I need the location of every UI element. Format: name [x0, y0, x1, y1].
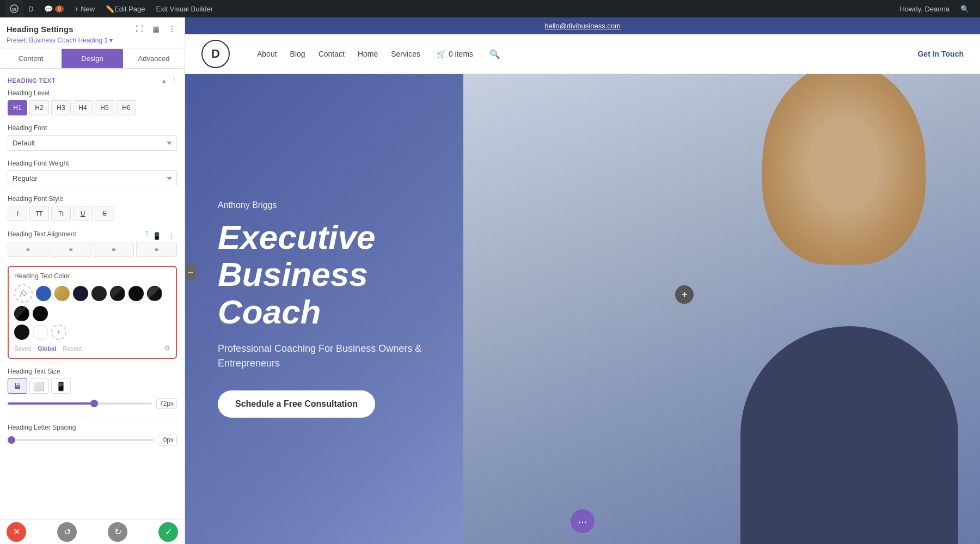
color-swatch-black[interactable]	[33, 306, 48, 321]
heading-h1-btn[interactable]: H1	[8, 100, 27, 115]
color-swatch-white[interactable]	[33, 325, 48, 340]
heading-h2-btn[interactable]: H2	[29, 100, 49, 115]
size-tablet-icon[interactable]: ⬜	[29, 378, 49, 394]
underline-btn[interactable]: U	[73, 206, 93, 221]
color-settings-icon[interactable]: ⚙	[164, 344, 170, 352]
color-tab-global[interactable]: Global	[38, 345, 56, 352]
color-swatch-dark4[interactable]	[128, 286, 144, 301]
letter-spacing-slider-row: 0px	[8, 435, 177, 445]
heading-letter-spacing-field: Heading Letter Spacing 0px	[8, 424, 177, 445]
color-swatch-dark2[interactable]	[91, 286, 107, 301]
color-swatch-dark3[interactable]	[110, 286, 125, 301]
text-align-row: ≡ ≡ ≡ ≡	[8, 242, 177, 257]
hero-section: Anthony Briggs Executive Business Coach …	[185, 74, 980, 544]
admin-search-icon[interactable]: 🔍	[955, 0, 975, 17]
heading-h4-btn[interactable]: H4	[73, 100, 93, 115]
alignment-label-row: Heading Text Alignment ? 📱 ⋮	[8, 230, 177, 242]
strikethrough-btn[interactable]: S	[95, 206, 114, 221]
nav-blog[interactable]: Blog	[290, 50, 305, 58]
color-swatch-blue[interactable]	[36, 286, 51, 301]
heading-font-weight-select[interactable]: Regular	[8, 170, 177, 186]
undo-button[interactable]: ↺	[57, 522, 77, 542]
heading-h5-btn[interactable]: H5	[95, 100, 114, 115]
email-link[interactable]: hello@divibusiness.com	[544, 22, 621, 30]
nav-home[interactable]: Home	[358, 50, 378, 58]
color-swatch-black2[interactable]	[14, 325, 29, 340]
alignment-help-icon[interactable]: ?	[145, 230, 149, 242]
nav-contact[interactable]: Contact	[318, 50, 345, 58]
cart-count: 0 items	[449, 50, 473, 58]
align-justify-btn[interactable]: ≡	[136, 242, 177, 257]
nav-search-icon[interactable]: 🔍	[489, 49, 500, 59]
color-swatches-row2: +	[14, 325, 170, 340]
main-layout: Heading Settings ⛶ ▦ ⋮ Preset: Business …	[0, 17, 980, 544]
panel-bottom-toolbar: ✕ ↺ ↻ ✓	[0, 519, 185, 544]
panel-resize-handle[interactable]: ↔	[185, 264, 196, 281]
exit-builder-link[interactable]: Exit Visual Builder	[151, 0, 219, 17]
tab-design[interactable]: Design	[62, 49, 123, 68]
confirm-button[interactable]: ✓	[158, 522, 178, 542]
tab-advanced[interactable]: Advanced	[123, 49, 185, 68]
letter-spacing-slider-thumb[interactable]	[8, 436, 15, 444]
wp-logo[interactable]: W	[5, 0, 23, 17]
align-right-btn[interactable]: ≡	[94, 242, 134, 257]
color-tab-saved[interactable]: Saved	[14, 345, 31, 352]
italic-btn[interactable]: I	[8, 206, 27, 221]
heading-font-field: Heading Font Default	[8, 124, 177, 151]
fab-menu-btn[interactable]: ···	[571, 509, 595, 533]
color-eyedropper-btn[interactable]	[14, 284, 33, 303]
alignment-device-icon[interactable]: 📱	[151, 230, 163, 242]
color-add-btn[interactable]: +	[51, 325, 66, 340]
nav-cart[interactable]: 🛒 0 items	[437, 50, 473, 58]
redo-button[interactable]: ↻	[108, 522, 127, 542]
color-swatch-gold[interactable]	[54, 286, 70, 301]
nav-logo[interactable]: D	[201, 40, 230, 68]
tab-content[interactable]: Content	[0, 49, 62, 68]
howdy-user[interactable]: Howdy, Deanna	[894, 0, 955, 17]
heading-font-style-label: Heading Font Style	[8, 195, 177, 203]
panel-grid-icon[interactable]: ▦	[150, 23, 162, 35]
nav-about[interactable]: About	[257, 50, 277, 58]
color-tab-recent[interactable]: Recent	[63, 345, 82, 352]
color-swatch-dark5[interactable]	[147, 286, 162, 301]
size-desktop-icon[interactable]: 🖥	[8, 378, 27, 394]
heading-h6-btn[interactable]: H6	[117, 100, 136, 115]
hero-person-name: Anthony Briggs	[218, 200, 506, 210]
letter-spacing-value[interactable]: 0px	[158, 435, 177, 445]
heading-font-select[interactable]: Default	[8, 135, 177, 151]
nav-links: About Blog Contact Home Services	[257, 50, 420, 58]
size-slider-value[interactable]: 72px	[156, 398, 177, 409]
hero-cta-button[interactable]: Schedule a Free Consultation	[218, 390, 375, 418]
panel-fullscreen-icon[interactable]: ⛶	[133, 23, 145, 35]
align-left-btn[interactable]: ≡	[8, 242, 48, 257]
heading-level-label: Heading Level	[8, 89, 177, 97]
heading-font-label: Heading Font	[8, 124, 177, 132]
new-button[interactable]: + New	[69, 0, 100, 17]
panel-more-icon[interactable]: ⋮	[166, 23, 178, 35]
color-swatch-dark6[interactable]	[14, 306, 29, 321]
hero-person-photo	[463, 74, 980, 544]
section-options-btn[interactable]: ⋮	[171, 77, 177, 84]
heading-h3-btn[interactable]: H3	[51, 100, 71, 115]
color-swatch-dark1[interactable]	[73, 286, 88, 301]
panel-preset[interactable]: Preset: Business Coach Heading 1 ▾	[7, 36, 178, 44]
wp-admin-bar: W D 💬 0 + New ✏️ Edit Page Exit Visual B…	[0, 0, 980, 17]
size-slider-track[interactable]	[8, 402, 152, 405]
align-center-btn[interactable]: ≡	[51, 242, 91, 257]
uppercase-btn[interactable]: TT	[29, 206, 49, 221]
size-slider-thumb[interactable]	[90, 400, 98, 407]
site-name[interactable]: D	[23, 0, 39, 17]
size-mobile-icon[interactable]: 📱	[51, 378, 71, 394]
nav-services[interactable]: Services	[391, 50, 420, 58]
email-bar: hello@divibusiness.com	[185, 17, 980, 34]
letter-spacing-slider-track[interactable]	[8, 439, 154, 441]
color-swatches	[14, 284, 170, 321]
alignment-more-icon[interactable]: ⋮	[165, 230, 177, 242]
nav-cta-button[interactable]: Get In Touch	[917, 50, 964, 58]
cancel-button[interactable]: ✕	[7, 522, 26, 542]
section-collapse-btn[interactable]: ▲	[161, 77, 167, 84]
capitalize-btn[interactable]: Tt	[51, 206, 71, 221]
edit-page-link[interactable]: ✏️ Edit Page	[100, 0, 150, 17]
heading-text-color-label: Heading Text Color	[14, 272, 170, 280]
comments-link[interactable]: 💬 0	[39, 0, 69, 17]
